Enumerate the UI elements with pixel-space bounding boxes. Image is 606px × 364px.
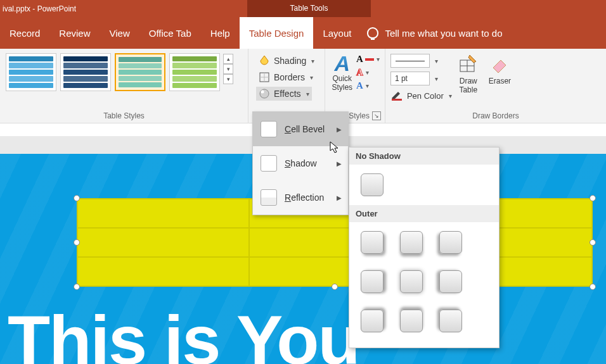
menu-reflection[interactable]: Reflection ▶ <box>253 180 348 215</box>
gallery-more[interactable]: ▾ <box>223 74 233 84</box>
menu-shadow[interactable]: Shadow ▶ <box>253 146 348 180</box>
effects-icon <box>259 88 270 99</box>
resize-handle-s[interactable] <box>332 284 338 290</box>
resize-handle-sw[interactable] <box>74 284 80 290</box>
group-label-table-styles: Table Styles <box>4 110 244 122</box>
svg-point-4 <box>261 91 264 94</box>
shadow-option-outer-bl[interactable] <box>439 231 462 254</box>
resize-handle-e[interactable] <box>590 239 596 246</box>
submenu-arrow-icon: ▶ <box>337 126 342 133</box>
wordart-dialog-launcher[interactable]: ↘ <box>372 111 381 120</box>
shadow-option-outer-tr[interactable] <box>361 310 384 332</box>
eraser-icon <box>489 54 510 74</box>
shadow-option-outer-b[interactable] <box>400 231 423 254</box>
shadow-icon <box>261 155 277 172</box>
submenu-arrow-icon: ▶ <box>337 194 342 201</box>
effects-dropdown-menu: Cell Bevel ▶ Shadow ▶ Reflection ▶ <box>252 111 349 215</box>
pen-style-dropdown[interactable]: ▾ <box>390 54 452 68</box>
table-style-gallery <box>4 51 222 93</box>
shadow-section-outer: Outer <box>349 205 499 222</box>
group-draw-borders: ▾ 1 pt▾ Pen Color▾ Draw Table Eraser Dra… <box>385 49 606 123</box>
tab-record[interactable]: Record <box>0 17 49 49</box>
shadow-option-none[interactable] <box>361 173 384 196</box>
tell-me-label: Tell me what you want to do <box>385 28 502 39</box>
text-fill-icon: A <box>356 54 363 65</box>
text-outline-icon: A <box>356 67 363 78</box>
reflection-icon <box>261 189 277 206</box>
title-bar: ival.pptx - PowerPoint Table Tools <box>0 0 606 17</box>
tab-view[interactable]: View <box>100 17 139 49</box>
shading-icon <box>259 55 270 66</box>
pen-weight-dropdown[interactable]: 1 pt▾ <box>390 72 452 85</box>
tab-review[interactable]: Review <box>49 17 100 49</box>
gallery-scroll-down[interactable]: ▾ <box>223 64 233 74</box>
submenu-arrow-icon: ▶ <box>337 160 342 167</box>
slide-headline[interactable]: This is You <box>8 299 359 364</box>
shadow-option-outer-r[interactable] <box>361 270 384 293</box>
resize-handle-se[interactable] <box>590 284 596 290</box>
resize-handle-ne[interactable] <box>590 195 596 201</box>
resize-handle-nw[interactable] <box>74 195 80 201</box>
ribbon-tabs: Record Review View Office Tab Help Table… <box>0 17 606 49</box>
table-style-thumb-0[interactable] <box>6 53 56 91</box>
table-style-thumb-2[interactable] <box>115 53 165 91</box>
shadow-option-outer-t[interactable] <box>400 310 423 332</box>
quick-styles-button[interactable]: Quick Styles <box>332 74 352 92</box>
tab-table-design[interactable]: Table Design <box>240 17 314 49</box>
tab-help[interactable]: Help <box>201 17 240 49</box>
svg-point-3 <box>260 89 269 98</box>
gallery-scroll-up[interactable]: ▴ <box>223 54 233 64</box>
draw-table-icon <box>458 54 479 74</box>
wordart-preview-icon: A <box>334 53 350 74</box>
table-style-thumb-1[interactable] <box>60 53 111 91</box>
pen-color-button[interactable]: Pen Color▾ <box>390 89 452 103</box>
group-label-draw-borders: Draw Borders <box>389 110 602 122</box>
shading-button[interactable]: Shading▾ <box>256 54 317 68</box>
effects-button[interactable]: Effects▾ <box>256 87 312 101</box>
tell-me[interactable]: Tell me what you want to do <box>367 27 502 39</box>
text-effects-icon: A <box>356 80 363 91</box>
svg-rect-5 <box>392 99 402 101</box>
borders-button[interactable]: Borders▾ <box>256 70 316 84</box>
shadow-option-outer-br[interactable] <box>361 231 384 254</box>
borders-icon <box>259 72 270 83</box>
text-effects-button[interactable]: A▾ <box>356 80 380 91</box>
window-title: ival.pptx - PowerPoint <box>0 4 76 13</box>
resize-handle-w[interactable] <box>74 239 80 246</box>
lightbulb-icon <box>367 27 378 39</box>
text-fill-button[interactable]: A▾ <box>356 54 380 65</box>
shadow-section-no-shadow: No Shadow <box>349 147 499 165</box>
draw-table-button[interactable]: Draw Table <box>453 51 484 97</box>
cell-bevel-icon <box>261 121 277 137</box>
contextual-tab-label: Table Tools <box>247 0 371 17</box>
shadow-option-outer-c[interactable] <box>400 270 423 293</box>
tab-office-tab[interactable]: Office Tab <box>139 17 201 49</box>
table-style-thumb-3[interactable] <box>169 53 220 91</box>
menu-cell-bevel[interactable]: Cell Bevel ▶ <box>253 112 348 146</box>
tab-layout[interactable]: Layout <box>313 17 361 49</box>
shadow-option-outer-l[interactable] <box>439 270 462 293</box>
pen-color-icon <box>390 89 403 103</box>
eraser-button[interactable]: Eraser <box>484 51 516 88</box>
shadow-option-outer-tl[interactable] <box>439 310 462 332</box>
group-table-styles: ▴ ▾ ▾ Table Styles <box>0 49 248 123</box>
text-outline-button[interactable]: A▾ <box>356 67 380 78</box>
shadow-gallery: No Shadow Outer <box>349 147 500 348</box>
